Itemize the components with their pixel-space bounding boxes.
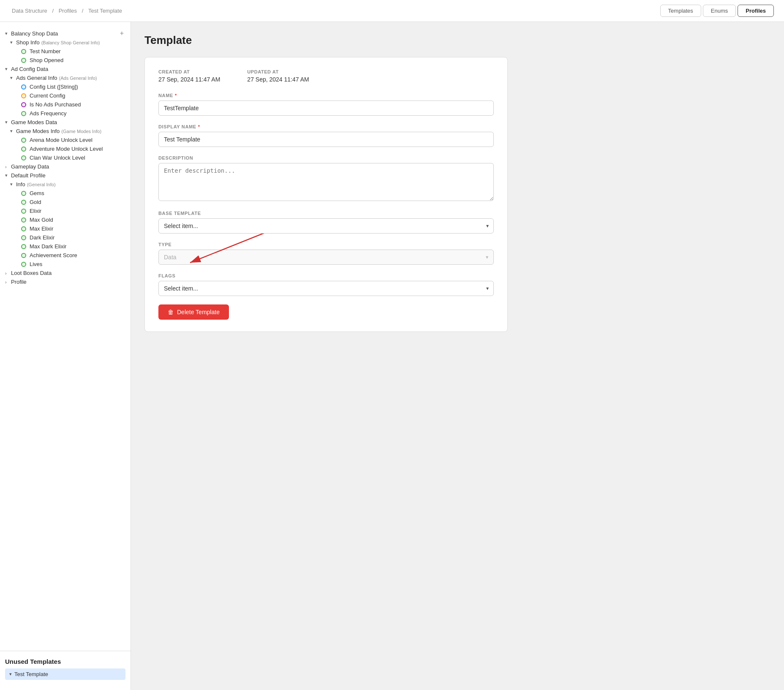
content-area: Template CREATED AT 27 Sep, 2024 11:47 A… — [131, 22, 784, 690]
tree-item-shop-info[interactable]: ▾ Shop Info(Balancy Shop General Info) — [0, 38, 131, 47]
name-group: NAME* — [158, 93, 494, 116]
top-nav: Data Structure / Profiles / Test Templat… — [0, 0, 784, 22]
tree-label: Max Dark Elixir — [30, 243, 125, 250]
description-label: DESCRIPTION — [158, 155, 494, 160]
dot-icon — [21, 84, 26, 90]
tree-item-elixir[interactable]: Elixir — [0, 206, 131, 215]
updated-at-value: 27 Sep, 2024 11:47 AM — [247, 76, 309, 83]
breadcrumb: Data Structure / Profiles / Test Templat… — [10, 8, 124, 14]
tree-item-dark-elixir[interactable]: Dark Elixir — [0, 233, 131, 242]
tree-item-gameplay-data[interactable]: › Gameplay Data — [0, 162, 131, 171]
type-group: TYPE Data ▾ — [158, 242, 494, 265]
tree-item-lives[interactable]: Lives — [0, 260, 131, 269]
tree-item-ad-config-data[interactable]: ▾ Ad Config Data — [0, 65, 131, 73]
tree-item-gems[interactable]: Gems — [0, 189, 131, 198]
description-group: DESCRIPTION — [158, 155, 494, 202]
tree-item-info[interactable]: ▾ Info(General Info) — [0, 180, 131, 189]
tree-item-test-number[interactable]: Test Number — [0, 47, 131, 56]
tree-label: Game Modes Data — [11, 119, 125, 125]
add-icon[interactable]: + — [118, 30, 125, 37]
tree-label: Gameplay Data — [11, 163, 125, 170]
template-card: CREATED AT 27 Sep, 2024 11:47 AM UPDATED… — [144, 57, 508, 332]
tree-item-is-no-ads-purchased[interactable]: Is No Ads Purchased — [0, 100, 131, 109]
tree-label: Balancy Shop Data — [11, 30, 118, 37]
dot-icon — [21, 93, 26, 98]
tree-item-max-dark-elixir[interactable]: Max Dark Elixir — [0, 242, 131, 251]
dot-icon — [21, 49, 26, 54]
chevron-icon: ▾ — [10, 128, 16, 134]
tree-label: Achievement Score — [30, 252, 125, 258]
type-field: Data ▾ — [158, 250, 494, 265]
tree-item-clan-war[interactable]: Clan War Unlock Level — [0, 153, 131, 162]
tree-label: Config List ([String]) — [30, 84, 125, 90]
dot-icon — [21, 262, 26, 267]
tree-label: Profile — [11, 279, 125, 285]
tree-item-arena-mode[interactable]: Arena Mode Unlock Level — [0, 136, 131, 144]
tree-label: Ad Config Data — [11, 66, 125, 72]
unused-template-item[interactable]: ▾ Test Template — [5, 668, 125, 680]
tree-label: Max Elixir — [30, 225, 125, 232]
dot-icon — [21, 102, 26, 107]
tree-item-achievement-score[interactable]: Achievement Score — [0, 251, 131, 260]
dot-icon — [21, 253, 26, 258]
dot-icon — [21, 155, 26, 160]
tree-label: Adventure Mode Unlock Level — [30, 146, 125, 152]
tree-item-profile[interactable]: › Profile — [0, 277, 131, 286]
tree-item-config-list[interactable]: Config List ([String]) — [0, 82, 131, 91]
created-at-value: 27 Sep, 2024 11:47 AM — [158, 76, 220, 83]
breadcrumb-part-2[interactable]: Profiles — [59, 8, 77, 14]
name-input[interactable] — [158, 101, 494, 116]
dot-icon — [21, 58, 26, 63]
name-label: NAME* — [158, 93, 494, 98]
tree-label: Dark Elixir — [30, 234, 125, 241]
tab-templates[interactable]: Templates — [660, 5, 701, 17]
dot-icon — [21, 111, 26, 116]
tree-item-adventure-mode[interactable]: Adventure Mode Unlock Level — [0, 144, 131, 153]
tree-label: Arena Mode Unlock Level — [30, 137, 125, 143]
unused-templates-title: Unused Templates — [5, 658, 125, 665]
updated-at-meta: UPDATED AT 27 Sep, 2024 11:47 AM — [247, 69, 309, 83]
chevron-icon: ▾ — [5, 120, 11, 125]
dot-icon — [21, 217, 26, 223]
nav-tabs: Templates Enums Profiles — [660, 5, 774, 17]
dot-icon — [21, 235, 26, 240]
delete-template-button[interactable]: 🗑 Delete Template — [158, 304, 229, 320]
tree-item-ads-general-info[interactable]: ▾ Ads General Info(Ads General Info) — [0, 73, 131, 82]
base-template-select-wrapper: Select item... ▾ — [158, 218, 494, 234]
chevron-icon: ▾ — [10, 40, 16, 45]
chevron-icon: ▾ — [5, 66, 11, 72]
tree-label: Ads General Info(Ads General Info) — [16, 75, 125, 81]
tree-item-gold[interactable]: Gold — [0, 198, 131, 206]
flags-select[interactable]: Select item... — [158, 281, 494, 296]
delete-button-label: Delete Template — [177, 309, 220, 315]
dot-icon — [21, 191, 26, 196]
tree-label: Loot Boxes Data — [11, 270, 125, 276]
tree-item-balancy-shop-data[interactable]: ▾ Balancy Shop Data + — [0, 29, 131, 38]
breadcrumb-part-3[interactable]: Test Template — [88, 8, 122, 14]
display-name-input[interactable] — [158, 132, 494, 147]
tree-label: Info(General Info) — [16, 181, 125, 187]
dot-icon — [21, 200, 26, 205]
tree-item-ads-frequency[interactable]: Ads Frequency — [0, 109, 131, 118]
tree-item-loot-boxes-data[interactable]: › Loot Boxes Data — [0, 269, 131, 277]
description-textarea[interactable] — [158, 163, 494, 201]
tree-label: Lives — [30, 261, 125, 267]
tree-item-game-modes-data[interactable]: ▾ Game Modes Data — [0, 118, 131, 127]
created-at-label: CREATED AT — [158, 69, 220, 74]
tree-label: Max Gold — [30, 217, 125, 223]
base-template-select[interactable]: Select item... — [158, 218, 494, 234]
tree-item-max-elixir[interactable]: Max Elixir — [0, 224, 131, 233]
tree-item-game-modes-info[interactable]: ▾ Game Modes Info(Game Modes Info) — [0, 127, 131, 136]
tree-item-default-profile[interactable]: ▾ Default Profile — [0, 171, 131, 180]
chevron-right-icon: › — [5, 164, 11, 169]
tab-profiles[interactable]: Profiles — [738, 5, 774, 17]
dot-icon — [21, 226, 26, 231]
chevron-icon: ▾ — [10, 182, 16, 187]
tree-item-current-config[interactable]: Current Config — [0, 91, 131, 100]
breadcrumb-part-1[interactable]: Data Structure — [12, 8, 47, 14]
tab-enums[interactable]: Enums — [703, 5, 736, 17]
tree-item-max-gold[interactable]: Max Gold — [0, 215, 131, 224]
tree-item-shop-opened[interactable]: Shop Opened — [0, 56, 131, 65]
dot-icon — [21, 138, 26, 143]
tree-label: Elixir — [30, 208, 125, 214]
